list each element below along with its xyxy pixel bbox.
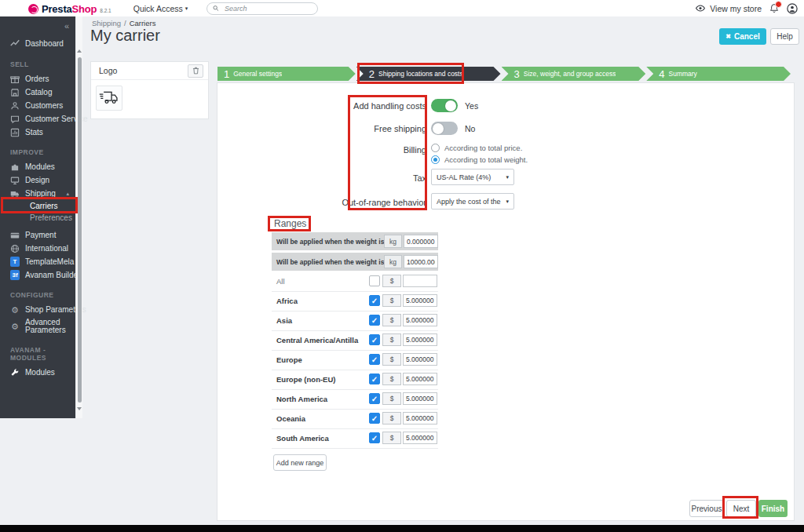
- zone-checkbox[interactable]: ✓: [369, 373, 380, 384]
- wizard-step-4[interactable]: 4 Summary: [646, 67, 791, 81]
- sidebar-item-avanam-modules[interactable]: Modules: [0, 366, 75, 379]
- sidebar-item-avanam-builder[interactable]: 3f Avanam Builder: [0, 268, 75, 282]
- sidebar-collapse-button[interactable]: «: [64, 21, 69, 31]
- help-button[interactable]: Help: [770, 28, 799, 45]
- sidebar-section-sell: SELL: [0, 51, 75, 72]
- zone-price-input[interactable]: [403, 392, 437, 405]
- sidebar-item-preferences[interactable]: Preferences: [0, 212, 75, 224]
- sidebar-item-label: Shipping: [25, 189, 56, 198]
- logo-panel-title: Logo: [99, 66, 117, 75]
- zone-checkbox[interactable]: ✓: [369, 393, 380, 404]
- add-new-range-button[interactable]: Add new range: [273, 454, 327, 471]
- scrollbar-thumb[interactable]: [78, 57, 82, 403]
- previous-button[interactable]: Previous: [689, 500, 724, 517]
- handling-costs-toggle[interactable]: [431, 99, 458, 112]
- view-my-store-link[interactable]: View my store: [695, 4, 762, 13]
- free-shipping-value: No: [465, 124, 475, 133]
- notifications-button[interactable]: [769, 3, 779, 13]
- zone-price-input[interactable]: [403, 412, 437, 425]
- zone-checkbox[interactable]: ✓: [369, 315, 380, 326]
- delete-logo-button[interactable]: [188, 64, 203, 78]
- sidebar-subitem-label: Preferences: [30, 213, 72, 222]
- wizard-step-1[interactable]: 1 General settings: [217, 67, 356, 81]
- billing-option-weight[interactable]: According to total weight.: [431, 155, 528, 164]
- weight-min-input[interactable]: [404, 235, 438, 248]
- sidebar-item-stats[interactable]: Stats: [0, 126, 75, 139]
- sidebar-item-orders[interactable]: Orders: [0, 72, 75, 86]
- zone-checkbox[interactable]: ✓: [369, 354, 380, 365]
- carrier-logo-image[interactable]: [96, 86, 122, 111]
- search-input[interactable]: [223, 4, 312, 13]
- prestashop-logo[interactable]: PrestaShop 8.2.1: [28, 2, 111, 15]
- sidebar-section-improve: IMPROVE: [0, 139, 75, 160]
- step-label: Shipping locations and costs: [378, 70, 463, 78]
- billing-option-price[interactable]: According to total price.: [431, 144, 522, 152]
- top-bar: PrestaShop 8.2.1 Quick Access ▾ View my …: [0, 0, 804, 16]
- sidebar-item-carriers[interactable]: Carriers: [0, 200, 75, 212]
- global-search[interactable]: [206, 2, 318, 15]
- prestashop-logo-icon: [28, 4, 38, 14]
- cancel-button[interactable]: ✖ Cancel: [719, 28, 766, 45]
- free-shipping-toggle[interactable]: [431, 122, 458, 135]
- sidebar-item-customers[interactable]: Customers: [0, 99, 75, 112]
- delivery-truck-icon: [99, 90, 119, 106]
- zone-checkbox[interactable]: ✓: [369, 413, 380, 424]
- scroll-down-arrow[interactable]: [77, 407, 82, 410]
- currency-box: $: [382, 314, 401, 326]
- sidebar-scrollbar[interactable]: [75, 16, 82, 418]
- scroll-up-arrow[interactable]: [77, 49, 82, 53]
- quick-access-menu[interactable]: Quick Access ▾: [133, 4, 188, 13]
- zone-price-input[interactable]: [403, 294, 437, 307]
- sidebar-item-shop-parameters[interactable]: ⚙ Shop Parameters: [0, 303, 75, 316]
- zone-price-input[interactable]: [403, 314, 437, 326]
- zone-price-input[interactable]: [403, 432, 437, 444]
- range-behavior-select[interactable]: Apply the cost of the highest defined ra…: [431, 193, 514, 210]
- sidebar-item-payment[interactable]: Payment: [0, 228, 75, 242]
- sidebar-item-design[interactable]: Design: [0, 173, 75, 187]
- profile-avatar[interactable]: [787, 3, 798, 14]
- range-behavior-label: Out-of-range behavior: [269, 198, 426, 207]
- billing-option-price-label: According to total price.: [444, 144, 522, 152]
- wizard-step-2[interactable]: 2 Shipping locations and costs: [356, 67, 501, 81]
- zone-name: Europe: [276, 355, 302, 364]
- step-number: 1: [224, 68, 229, 80]
- billing-label: Billing: [269, 145, 426, 155]
- sidebar-item-modules[interactable]: Modules: [0, 160, 75, 173]
- bottom-black-bar: [0, 525, 804, 532]
- currency-box: $: [382, 392, 401, 405]
- zone-price-input[interactable]: [403, 373, 437, 385]
- truck-icon: [10, 189, 20, 199]
- zone-checkbox[interactable]: ✓: [369, 432, 380, 443]
- weight-max-input[interactable]: [404, 255, 438, 268]
- currency-box: $: [382, 412, 401, 425]
- currency-box: $: [382, 432, 401, 444]
- sidebar-item-advanced-parameters[interactable]: ⚙ Advanced Parameters: [0, 316, 75, 337]
- wizard-step-3[interactable]: 3 Size, weight, and group access: [502, 67, 646, 81]
- sidebar-item-dashboard[interactable]: Dashboard: [0, 35, 75, 51]
- check-icon: ✓: [371, 355, 378, 364]
- sidebar-item-label: Orders: [25, 75, 49, 83]
- ab-badge-letters: 3f: [10, 270, 20, 280]
- handling-costs-label: Add handling costs: [269, 101, 426, 111]
- zone-name: Europe (non-EU): [276, 375, 335, 384]
- sidebar-item-templatemela[interactable]: T TemplateMela: [0, 255, 75, 268]
- sidebar-item-international[interactable]: International: [0, 242, 75, 255]
- zone-price-input[interactable]: [403, 275, 437, 287]
- zone-price-input[interactable]: [403, 353, 437, 366]
- zone-checkbox[interactable]: ✓: [369, 334, 380, 345]
- zone-price-input[interactable]: [403, 333, 437, 346]
- next-label: Next: [733, 505, 750, 513]
- next-button[interactable]: Next: [726, 500, 756, 517]
- gift-icon: [10, 75, 20, 84]
- finish-button[interactable]: Finish: [758, 500, 788, 517]
- sidebar-item-shipping[interactable]: Shipping ▴: [0, 187, 75, 200]
- sidebar-item-catalog[interactable]: Catalog: [0, 86, 75, 99]
- sidebar-item-customer-service[interactable]: Customer Service: [0, 112, 75, 126]
- quick-access-label: Quick Access: [133, 4, 183, 13]
- tax-select[interactable]: US-AL Rate (4%) ▾: [431, 169, 514, 185]
- zone-checkbox[interactable]: [369, 275, 380, 286]
- tm-badge-icon: T: [10, 257, 20, 267]
- sidebar-item-label: Payment: [25, 231, 56, 239]
- zone-checkbox[interactable]: ✓: [369, 295, 380, 306]
- brand-text-presta: Presta: [42, 3, 72, 15]
